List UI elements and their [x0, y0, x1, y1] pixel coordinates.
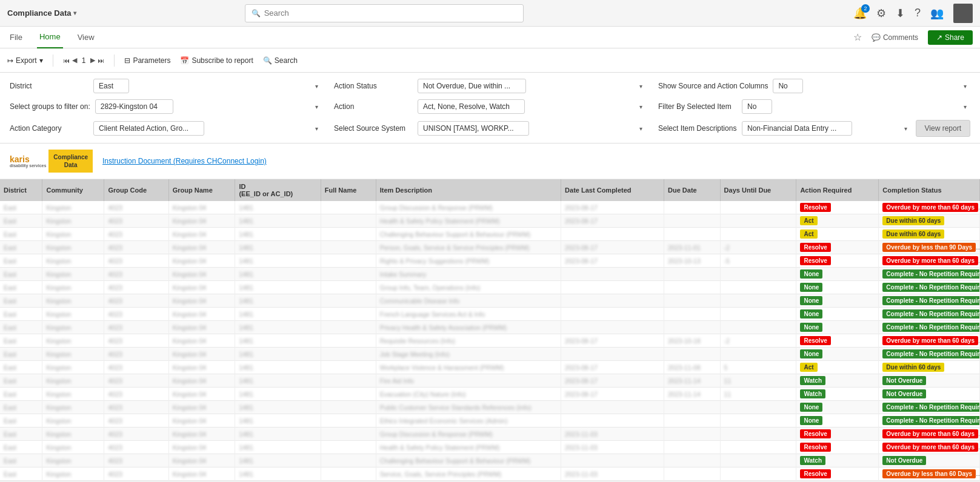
subscribe-button[interactable]: 📅 Subscribe to report [180, 56, 253, 65]
cell-group-code: 4023 [104, 441, 168, 454]
table-row: East Kingston 4023 Kingston 04 1481 Job … [0, 348, 980, 361]
cell-group-code: 4023 [104, 361, 168, 374]
cell-community: Kingston [42, 334, 104, 348]
cell-group-code: 4023 [104, 294, 168, 308]
cell-item-description: Fire Aid Info [376, 374, 561, 388]
table-row: East Kingston 4023 Kingston 04 1481 Comm… [0, 294, 980, 308]
cell-due-date [664, 308, 721, 321]
action-category-select[interactable]: Client Related Action, Gro... [93, 121, 204, 136]
th-district: District [0, 179, 42, 201]
cell-community: Kingston [42, 467, 104, 481]
menu-home[interactable]: Home [37, 27, 63, 48]
district-select[interactable]: East [93, 79, 129, 93]
cell-due-date [664, 214, 721, 228]
menu-file[interactable]: File [7, 27, 25, 48]
cell-id: 1481 [235, 254, 321, 268]
status-badge: Not Overdue [882, 376, 926, 385]
people-button[interactable]: 👥 [930, 7, 944, 20]
source-system-select[interactable]: UNISON [TAMS], WORKP... [418, 121, 529, 136]
cell-date-last-completed [561, 401, 664, 414]
status-badge: Due within 60 days [882, 229, 944, 239]
cell-district: East [0, 281, 42, 294]
search-input[interactable] [264, 8, 517, 18]
cell-completion-status: Not Overdue [879, 388, 980, 401]
cell-full-name [321, 228, 376, 241]
notification-button[interactable]: 🔔 2 [853, 7, 867, 20]
share-button[interactable]: ↗ Share [928, 30, 973, 45]
filters-area: District East Action Status Not Overdue,… [0, 73, 980, 144]
nav-first-button[interactable]: ⏮ [63, 57, 70, 64]
cell-district: East [0, 201, 42, 214]
cell-full-name [321, 467, 376, 481]
show-source-select[interactable]: No [773, 79, 803, 93]
search-bar[interactable]: 🔍 [245, 4, 524, 22]
filter-by-item-select[interactable]: No [742, 99, 772, 114]
table-row: East Kingston 4023 Kingston 04 1481 Pers… [0, 241, 980, 254]
action-status-select[interactable]: Not Overdue, Due within ... [418, 79, 526, 93]
cell-completion-status: Overdue by more than 60 days [879, 334, 980, 348]
cell-days-until-due: -2 [720, 334, 796, 348]
toolbar-separator-2 [114, 54, 115, 67]
action-badge: None [800, 349, 822, 358]
cell-due-date [664, 454, 721, 467]
cell-district: East [0, 214, 42, 228]
th-item-description: Item Description [376, 179, 561, 201]
cell-action-required: Resolve [796, 334, 879, 348]
karis-subtext: disability services [10, 163, 46, 168]
cell-group-name: Kingston 04 [168, 254, 235, 268]
cell-group-code: 4023 [104, 228, 168, 241]
cell-days-until-due [720, 281, 796, 294]
action-filter: Action Act, None, Resolve, Watch [334, 99, 646, 114]
comments-button[interactable]: 💬 Comments [872, 33, 918, 42]
nav-last-button[interactable]: ⏭ [98, 57, 104, 64]
cell-community: Kingston [42, 201, 104, 214]
settings-button[interactable]: ⚙ [876, 7, 886, 20]
cell-district: East [0, 467, 42, 481]
cell-community: Kingston [42, 228, 104, 241]
cell-date-last-completed: 2023-11-03 [561, 467, 664, 481]
app-title[interactable]: Compliance Data ▾ [7, 8, 76, 18]
cell-group-code: 4023 [104, 401, 168, 414]
cell-completion-status: Complete - No Repetition Required [879, 321, 980, 334]
district-filter: District East [10, 79, 322, 93]
help-button[interactable]: ? [915, 7, 921, 19]
groups-select[interactable]: 2829-Kingston 04 [95, 99, 173, 114]
action-badge: None [800, 403, 822, 412]
favorite-button[interactable]: ☆ [853, 31, 862, 43]
cell-date-last-completed [561, 308, 664, 321]
cell-group-name: Kingston 04 [168, 361, 235, 374]
action-select[interactable]: Act, None, Resolve, Watch [418, 99, 525, 114]
menu-bar: File Home View ☆ 💬 Comments ↗ Share [0, 27, 980, 48]
cell-date-last-completed [561, 228, 664, 241]
download-button[interactable]: ⬇ [896, 7, 905, 20]
status-badge: Due within 60 days [882, 216, 944, 225]
search-toolbar-label: Search [275, 56, 298, 65]
share-label: Share [945, 33, 964, 42]
cell-community: Kingston [42, 321, 104, 334]
cell-completion-status: Complete - No Repetition Required [879, 348, 980, 361]
table-row: East Kingston 4023 Kingston 04 1481 Grou… [0, 281, 980, 294]
cell-due-date [664, 467, 721, 481]
nav-next-button[interactable]: ▶ [90, 56, 95, 64]
item-descriptions-select[interactable]: Non-Financial Data Entry ... [742, 121, 852, 136]
cell-completion-status: Complete - No Repetition Required [879, 401, 980, 414]
cell-community: Kingston [42, 294, 104, 308]
cell-group-code: 4023 [104, 428, 168, 441]
export-button[interactable]: ↦ Export ▾ [7, 56, 43, 65]
cell-group-code: 4023 [104, 201, 168, 214]
search-toolbar-button[interactable]: 🔍 Search [263, 56, 298, 65]
cell-days-until-due [720, 401, 796, 414]
action-badge: Resolve [800, 469, 830, 478]
action-badge: Watch [800, 389, 825, 398]
parameters-button[interactable]: ⊟ Parameters [124, 56, 170, 65]
cell-group-name: Kingston 04 [168, 467, 235, 481]
instruction-link[interactable]: Instruction Document (Requires CHConnect… [102, 157, 267, 165]
cell-date-last-completed: 2023-08-17 [561, 254, 664, 268]
nav-prev-button[interactable]: ◀ [72, 56, 77, 64]
view-report-button[interactable]: View report [916, 120, 970, 137]
cell-due-date: 2023-11-01 [664, 241, 721, 254]
filter-icon: ⊟ [124, 56, 130, 65]
action-badge: Resolve [800, 429, 830, 438]
menu-view[interactable]: View [75, 27, 97, 48]
cell-date-last-completed: 2023-08-17 [561, 374, 664, 388]
